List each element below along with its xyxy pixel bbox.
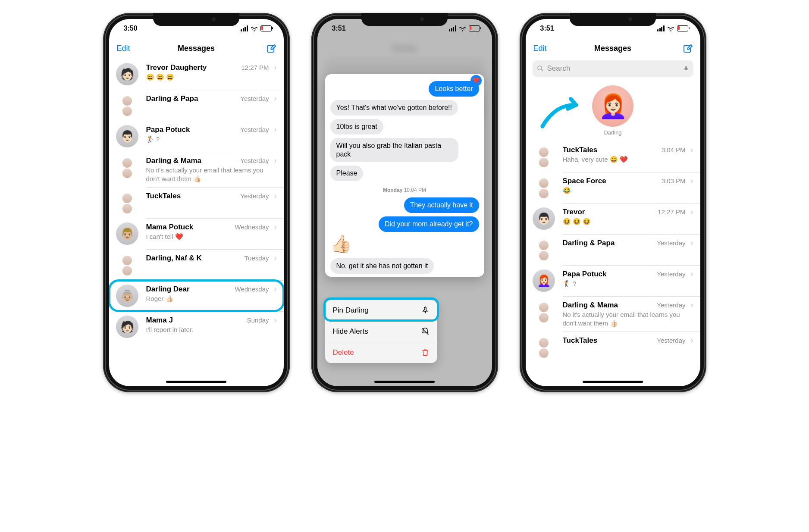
microphone-icon[interactable] bbox=[683, 65, 689, 72]
home-indicator[interactable] bbox=[583, 381, 643, 383]
nav-bar: Edit Messages bbox=[109, 38, 284, 59]
conversation-row[interactable]: TuckTales3:04 PM›Haha, very cute 😄 ❤️ bbox=[526, 141, 700, 172]
conversation-name: Darling & Mama bbox=[563, 301, 654, 310]
search-input[interactable] bbox=[546, 64, 680, 73]
conversation-preview: 😆 😆 😆 bbox=[146, 73, 277, 81]
chevron-right-icon: › bbox=[691, 145, 693, 154]
conversation-name: Darling, Naf & K bbox=[146, 254, 241, 263]
wifi-icon bbox=[459, 26, 466, 31]
conversation-name: Space Force bbox=[563, 177, 658, 185]
conversation-preview: I'll report in later. bbox=[146, 325, 277, 334]
chevron-right-icon: › bbox=[274, 222, 277, 232]
conversation-time: Wednesday bbox=[235, 285, 269, 293]
conversation-list[interactable]: 🧑🏻Trevor Daugherty12:27 PM›😆 😆 😆Darling … bbox=[109, 59, 284, 342]
wifi-icon bbox=[251, 26, 258, 31]
conversation-row[interactable]: 🧑🏻Trevor Daugherty12:27 PM›😆 😆 😆 bbox=[109, 59, 284, 90]
conversation-preview: No it's actually your email that learns … bbox=[563, 310, 693, 327]
contact-avatar: 🧑🏻 bbox=[116, 316, 138, 338]
contact-avatar: 👵🏼 bbox=[116, 285, 138, 307]
svg-point-2 bbox=[538, 66, 542, 70]
battery-low-icon bbox=[260, 25, 272, 31]
page-title: Messages bbox=[594, 44, 631, 53]
cellular-icon bbox=[657, 25, 665, 31]
bell-slash-icon bbox=[421, 327, 430, 336]
conversation-name: Darling & Papa bbox=[146, 94, 237, 103]
home-indicator[interactable] bbox=[374, 381, 435, 383]
edit-button[interactable]: Edit bbox=[533, 44, 559, 53]
context-menu-pin[interactable]: Pin Darling bbox=[325, 300, 437, 321]
conversation-row[interactable]: 👨🏼Mama PotuckWednesday›I can't tell ❤️ bbox=[109, 218, 284, 249]
home-indicator[interactable] bbox=[166, 381, 226, 383]
conversation-name: Darling Dear bbox=[146, 285, 232, 294]
contact-avatar bbox=[533, 300, 555, 323]
compose-icon[interactable] bbox=[683, 44, 693, 53]
conversation-row[interactable]: 🧑🏻Mama JSunday›I'll report in later. bbox=[109, 311, 284, 342]
conversation-row[interactable]: Darling & PapaYesterday› bbox=[526, 234, 700, 265]
phone-3: 3:51 Edit Messages bbox=[520, 13, 706, 392]
contact-avatar bbox=[533, 145, 555, 168]
conversation-time: 12:27 PM bbox=[241, 64, 269, 71]
pinned-contact[interactable]: 👩🏻‍🦰 Darling bbox=[592, 85, 633, 136]
conversation-time: 3:03 PM bbox=[662, 177, 686, 185]
conversation-row[interactable]: Darling & MamaYesterday›No it's actually… bbox=[109, 152, 284, 187]
context-menu-hide-alerts[interactable]: Hide Alerts bbox=[325, 321, 437, 342]
conversation-row[interactable]: 👨🏻Trevor12:27 PM›😆 😆 😆 bbox=[526, 203, 700, 234]
message-bubble-received: Will you also grab the Italian pasta pac… bbox=[330, 138, 458, 162]
conversation-row[interactable]: TuckTalesYesterday› bbox=[526, 332, 700, 363]
conversation-name: Trevor bbox=[563, 208, 655, 216]
contact-avatar: 👨🏻 bbox=[533, 207, 555, 230]
chevron-right-icon: › bbox=[274, 253, 277, 263]
phone-1: 3:50 Edit Messages 🧑🏻Trevor Daugherty12:… bbox=[103, 13, 290, 392]
trash-icon bbox=[421, 348, 430, 357]
chevron-right-icon: › bbox=[691, 300, 693, 310]
conversation-row[interactable]: Darling & MamaYesterday›No it's actually… bbox=[526, 296, 700, 332]
edit-button[interactable]: Edit bbox=[117, 44, 143, 53]
conversation-time: Yesterday bbox=[240, 192, 269, 200]
tapback-heart-icon: ❤️ bbox=[470, 75, 482, 86]
conversation-row[interactable]: Space Force3:03 PM›😂 bbox=[526, 172, 700, 203]
conversation-name: Papa Potuck bbox=[563, 270, 654, 279]
conversation-time: Sunday bbox=[247, 316, 269, 324]
pinned-avatar: 👩🏻‍🦰 bbox=[592, 85, 633, 127]
message-bubble-sent: Did your mom already get it? bbox=[379, 216, 479, 232]
conversation-preview: 😂 bbox=[563, 186, 693, 195]
conversation-row[interactable]: Darling, Naf & KTuesday› bbox=[109, 249, 284, 280]
conversation-row[interactable]: 👵🏼Darling DearWednesday›Roger 👍🏻 bbox=[109, 280, 284, 311]
conversation-name: Trevor Daugherty bbox=[146, 63, 238, 72]
conversation-preview: 🏌️ ? bbox=[146, 135, 277, 144]
chevron-right-icon: › bbox=[691, 207, 693, 216]
wifi-icon bbox=[667, 26, 674, 31]
context-menu-delete[interactable]: Delete bbox=[325, 342, 437, 363]
conversation-row[interactable]: 👩🏻‍🦰Papa PotuckYesterday›🏌️ ? bbox=[526, 265, 700, 296]
conversation-preview-card[interactable]: Looks better ❤️ Yes! That's what we've g… bbox=[325, 74, 484, 277]
chevron-right-icon: › bbox=[691, 176, 693, 185]
message-bubble-received: No, get it she has not gotten it bbox=[330, 258, 434, 274]
thumbs-up-sticker: 👍🏻 bbox=[330, 234, 479, 254]
conversation-list[interactable]: TuckTales3:04 PM›Haha, very cute 😄 ❤️Spa… bbox=[526, 141, 700, 363]
conversation-name: TuckTales bbox=[146, 192, 237, 200]
message-bubble-received: Yes! That's what we've gotten before!! bbox=[330, 100, 458, 116]
cellular-icon bbox=[449, 25, 456, 31]
conversation-time: Yesterday bbox=[240, 126, 269, 133]
status-time: 3:51 bbox=[332, 25, 346, 32]
contact-avatar bbox=[533, 336, 555, 358]
battery-low-icon bbox=[677, 25, 688, 31]
conversation-preview: Roger 👍🏻 bbox=[146, 294, 277, 303]
phone-2: Darling 3:51 Looks better ❤️ Yes! That bbox=[311, 13, 498, 392]
conversation-name: TuckTales bbox=[563, 336, 654, 345]
contact-avatar: 👨🏻 bbox=[116, 125, 138, 147]
conversation-time: Yesterday bbox=[657, 239, 685, 247]
search-icon bbox=[537, 65, 544, 72]
status-time: 3:50 bbox=[124, 25, 138, 32]
page-title: Messages bbox=[178, 44, 215, 53]
search-field[interactable] bbox=[533, 60, 693, 77]
conversation-time: Yesterday bbox=[657, 337, 685, 344]
conversation-row[interactable]: TuckTalesYesterday› bbox=[109, 187, 284, 218]
conversation-row[interactable]: Darling & PapaYesterday› bbox=[109, 90, 284, 121]
conversation-name: Darling & Papa bbox=[563, 239, 654, 247]
chevron-right-icon: › bbox=[274, 94, 277, 103]
conversation-time: 12:27 PM bbox=[658, 208, 685, 216]
compose-icon[interactable] bbox=[266, 44, 276, 53]
conversation-row[interactable]: 👨🏻Papa PotuckYesterday›🏌️ ? bbox=[109, 121, 284, 152]
conversation-preview: No it's actually your email that learns … bbox=[146, 166, 277, 183]
